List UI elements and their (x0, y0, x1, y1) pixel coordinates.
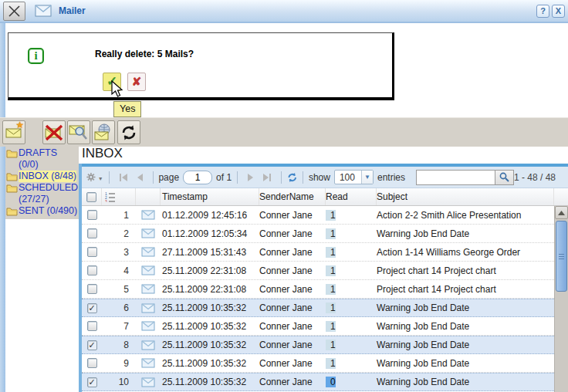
mail-row[interactable]: ✓ 10 25.11.2009 10:35:32 Conner Jane 0 W… (82, 373, 568, 391)
row-checkbox[interactable]: ✓ (87, 303, 97, 313)
select-all-checkbox[interactable] (86, 192, 96, 202)
scroll-up-button[interactable] (555, 206, 568, 219)
mail-sender: Conner Jane (259, 284, 326, 295)
column-header-sendername[interactable]: SenderName (259, 188, 326, 205)
row-number: 1 (102, 210, 136, 221)
info-icon: i (28, 48, 44, 64)
mail-subject: Warning Job End Date (377, 377, 554, 387)
grid-refresh-icon[interactable] (287, 171, 297, 184)
folder-icon (6, 184, 18, 193)
mail-timestamp: 01.12.2009 12:05:34 (161, 228, 259, 239)
first-page-button[interactable] (119, 173, 128, 182)
window-title: Mailer (59, 5, 86, 16)
svg-text:3: 3 (105, 199, 107, 202)
mail-subject: Warning Job End Date (377, 321, 554, 332)
scrollbar-thumb[interactable] (556, 221, 567, 292)
mail-row[interactable]: 9 25.11.2009 10:35:32 Conner Jane 1 Warn… (82, 354, 568, 373)
mail-row[interactable]: 4 25.11.2009 22:31:08 Conner Jane 1 Proj… (82, 262, 568, 280)
row-checkbox[interactable] (87, 358, 97, 368)
mail-sender: Conner Jane (259, 265, 326, 276)
row-checkbox[interactable] (87, 228, 97, 238)
delete-mail-button[interactable] (42, 120, 66, 144)
mail-envelope-icon (141, 247, 155, 257)
mail-sender: Conner Jane (259, 228, 326, 239)
mail-subject: Warning Job End Date (377, 340, 554, 350)
new-mail-button[interactable]: ★ (2, 120, 25, 144)
search-input[interactable] (416, 170, 495, 185)
folder-icon (6, 149, 18, 158)
row-number: 3 (102, 247, 136, 258)
mail-row[interactable]: ✓ 6 25.11.2009 10:35:32 Conner Jane 1 Wa… (82, 299, 568, 317)
row-number: 2 (102, 228, 136, 239)
mail-envelope-icon (141, 210, 155, 220)
confirm-no-button[interactable]: ✘ (127, 73, 146, 91)
prev-page-button[interactable] (136, 173, 144, 182)
grid-pager: ▼ page of 1 show 100 ▼ ent (82, 164, 568, 188)
page-size-value: 100 (335, 172, 361, 183)
sidebar-folder-item[interactable]: DRAFTS (0/0) (6, 147, 79, 171)
refresh-button[interactable] (117, 120, 140, 144)
row-checkbox[interactable]: ✓ (87, 377, 97, 387)
search-button[interactable] (495, 170, 514, 185)
confirm-delete-dialog: i Really delete: 5 Mails? ✓ ✘ (8, 32, 394, 100)
mail-row[interactable]: ✓ 8 25.11.2009 10:35:32 Conner Jane 1 Wa… (82, 336, 568, 354)
folder-list: DRAFTS (0/0)INBOX (8/48)SCHEDULED (27/27… (5, 147, 79, 219)
read-flag: 1 (326, 358, 336, 369)
sidebar-folder-item[interactable]: INBOX (8/48) (6, 171, 79, 182)
folder-label: SCHEDULED (27/27) (19, 182, 79, 205)
row-number-icon[interactable]: 1 2 3 (105, 191, 115, 202)
column-header-timestamp[interactable]: Timestamp (161, 188, 259, 205)
row-checkbox[interactable] (87, 321, 97, 331)
window-drag-icon[interactable] (3, 2, 25, 21)
read-flag: 1 (326, 302, 336, 313)
mail-envelope-icon (141, 265, 155, 275)
row-checkbox[interactable] (87, 284, 97, 294)
mouse-cursor (111, 80, 123, 99)
column-header-read[interactable]: Read (326, 188, 377, 205)
gear-caret-icon[interactable]: ▼ (98, 176, 103, 181)
mail-sender: Conner Jane (259, 210, 326, 221)
row-number: 9 (102, 358, 136, 369)
window-close-button[interactable]: X (552, 5, 565, 18)
mail-envelope-icon (141, 340, 155, 350)
mail-timestamp: 25.11.2009 22:31:08 (161, 284, 259, 295)
mail-row[interactable]: 3 27.11.2009 15:31:43 Conner Jane 1 Acti… (82, 243, 568, 262)
search-icon (499, 172, 509, 182)
mail-row[interactable]: 2 01.12.2009 12:05:34 Conner Jane 1 Warn… (82, 225, 568, 243)
next-page-button[interactable] (247, 173, 255, 182)
send-mail-globe-button[interactable] (92, 120, 115, 144)
x-cross-icon (8, 5, 21, 18)
page-number-input[interactable] (183, 171, 212, 184)
row-number: 7 (102, 321, 136, 332)
row-checkbox[interactable] (87, 265, 97, 275)
row-checkbox[interactable] (87, 247, 97, 257)
mail-row[interactable]: 1 01.12.2009 12:45:16 Conner Jane 1 Acti… (82, 206, 568, 225)
mail-timestamp: 01.12.2009 12:45:16 (161, 210, 259, 221)
row-checkbox[interactable] (87, 210, 97, 220)
mail-row[interactable]: 7 25.11.2009 10:35:32 Conner Jane 1 Warn… (82, 317, 568, 336)
mail-timestamp: 25.11.2009 22:31:08 (161, 265, 259, 276)
read-flag: 0 (326, 377, 336, 387)
help-button[interactable]: ? (536, 5, 549, 18)
column-header-subject[interactable]: Subject (377, 188, 554, 205)
mail-envelope-icon (141, 377, 155, 387)
mail-row[interactable]: 5 25.11.2009 22:31:08 Conner Jane 1 Proj… (82, 280, 568, 299)
read-flag: 1 (326, 265, 336, 276)
select-caret-icon: ▼ (361, 171, 373, 184)
mail-envelope-icon (141, 321, 155, 331)
last-page-button[interactable] (262, 173, 272, 182)
row-checkbox[interactable]: ✓ (87, 340, 97, 350)
vertical-scrollbar[interactable] (554, 206, 568, 392)
sidebar-folder-item[interactable]: SCHEDULED (27/27) (6, 182, 79, 205)
search-mail-button[interactable] (67, 120, 90, 144)
folder-label: INBOX (8/48) (19, 171, 76, 182)
folder-label: SENT (0/490) (19, 205, 77, 217)
row-number: 4 (102, 265, 136, 276)
gear-icon[interactable] (86, 171, 96, 183)
mail-timestamp: 25.11.2009 10:35:32 (161, 302, 259, 313)
sidebar-folder-item[interactable]: SENT (0/490) (6, 205, 79, 217)
row-number: 5 (102, 284, 136, 295)
mail-subject: Project chart 14 Project chart (377, 265, 554, 276)
entries-label: entries (377, 172, 405, 183)
page-size-select[interactable]: 100 ▼ (334, 170, 374, 184)
